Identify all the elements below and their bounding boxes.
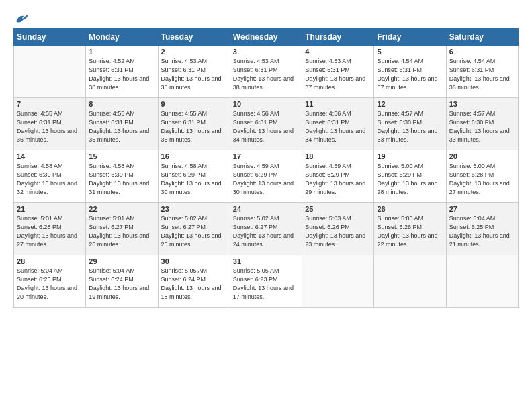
cell-info: Sunrise: 4:53 AM Sunset: 6:31 PM Dayligh… bbox=[233, 57, 299, 92]
calendar-cell: 3 Sunrise: 4:53 AM Sunset: 6:31 PM Dayli… bbox=[230, 46, 302, 98]
weekday-header: Wednesday bbox=[230, 29, 302, 46]
day-number: 11 bbox=[305, 100, 371, 108]
day-number: 14 bbox=[17, 152, 83, 161]
daylight-text: Daylight: 13 hours and 20 minutes. bbox=[17, 285, 77, 300]
calendar-table: SundayMondayTuesdayWednesdayThursdayFrid… bbox=[13, 28, 519, 308]
sunset-text: Sunset: 6:23 PM bbox=[233, 276, 278, 283]
cell-info: Sunrise: 4:59 AM Sunset: 6:29 PM Dayligh… bbox=[305, 162, 371, 197]
day-number: 30 bbox=[161, 257, 227, 265]
cell-info: Sunrise: 4:53 AM Sunset: 6:31 PM Dayligh… bbox=[305, 57, 371, 92]
cell-info: Sunrise: 5:03 AM Sunset: 6:26 PM Dayligh… bbox=[377, 214, 443, 249]
weekday-header: Sunday bbox=[14, 29, 86, 46]
calendar-cell: 15 Sunrise: 4:58 AM Sunset: 6:30 PM Dayl… bbox=[86, 150, 158, 203]
day-number: 24 bbox=[233, 205, 299, 213]
calendar-cell: 24 Sunrise: 5:02 AM Sunset: 6:27 PM Dayl… bbox=[230, 203, 302, 255]
cell-info: Sunrise: 4:53 AM Sunset: 6:31 PM Dayligh… bbox=[161, 57, 227, 92]
day-number: 12 bbox=[377, 100, 443, 108]
calendar-cell: 16 Sunrise: 4:58 AM Sunset: 6:29 PM Dayl… bbox=[158, 150, 230, 203]
daylight-text: Daylight: 13 hours and 36 minutes. bbox=[449, 75, 510, 91]
sunset-text: Sunset: 6:31 PM bbox=[161, 119, 206, 126]
sunrise-text: Sunrise: 5:05 AM bbox=[161, 267, 208, 274]
day-number: 31 bbox=[233, 257, 299, 265]
cell-info: Sunrise: 5:04 AM Sunset: 6:24 PM Dayligh… bbox=[89, 267, 154, 302]
cell-info: Sunrise: 5:02 AM Sunset: 6:27 PM Dayligh… bbox=[161, 214, 227, 249]
cell-info: Sunrise: 5:03 AM Sunset: 6:26 PM Dayligh… bbox=[305, 214, 371, 249]
sunset-text: Sunset: 6:29 PM bbox=[161, 171, 206, 178]
sunrise-text: Sunrise: 4:58 AM bbox=[17, 163, 63, 169]
calendar-cell: 2 Sunrise: 4:53 AM Sunset: 6:31 PM Dayli… bbox=[158, 46, 230, 98]
sunrise-text: Sunrise: 4:54 AM bbox=[449, 58, 496, 64]
day-number: 10 bbox=[233, 100, 299, 108]
calendar-cell bbox=[302, 255, 374, 308]
cell-info: Sunrise: 4:55 AM Sunset: 6:31 PM Dayligh… bbox=[17, 109, 83, 144]
calendar-cell: 7 Sunrise: 4:55 AM Sunset: 6:31 PM Dayli… bbox=[14, 98, 86, 150]
calendar-cell: 28 Sunrise: 5:04 AM Sunset: 6:25 PM Dayl… bbox=[14, 255, 86, 308]
day-number: 4 bbox=[305, 48, 371, 56]
daylight-text: Daylight: 13 hours and 28 minutes. bbox=[377, 180, 437, 195]
sunrise-text: Sunrise: 4:53 AM bbox=[305, 58, 351, 64]
daylight-text: Daylight: 13 hours and 38 minutes. bbox=[233, 75, 294, 91]
sunrise-text: Sunrise: 4:59 AM bbox=[233, 163, 279, 169]
daylight-text: Daylight: 13 hours and 38 minutes. bbox=[89, 75, 149, 91]
cell-info: Sunrise: 5:05 AM Sunset: 6:23 PM Dayligh… bbox=[233, 267, 299, 302]
day-number: 6 bbox=[449, 48, 515, 56]
day-number: 16 bbox=[161, 152, 227, 161]
calendar-cell: 22 Sunrise: 5:01 AM Sunset: 6:27 PM Dayl… bbox=[86, 203, 158, 255]
sunset-text: Sunset: 6:25 PM bbox=[449, 224, 494, 230]
day-number: 28 bbox=[17, 257, 83, 265]
daylight-text: Daylight: 13 hours and 30 minutes. bbox=[161, 180, 222, 195]
daylight-text: Daylight: 13 hours and 23 minutes. bbox=[305, 232, 365, 248]
calendar-cell: 29 Sunrise: 5:04 AM Sunset: 6:24 PM Dayl… bbox=[86, 255, 158, 308]
day-number: 9 bbox=[161, 100, 227, 108]
calendar-cell: 21 Sunrise: 5:01 AM Sunset: 6:28 PM Dayl… bbox=[14, 203, 86, 255]
day-number: 1 bbox=[89, 48, 154, 56]
sunset-text: Sunset: 6:28 PM bbox=[449, 171, 494, 178]
daylight-text: Daylight: 13 hours and 22 minutes. bbox=[377, 232, 437, 248]
cell-info: Sunrise: 4:54 AM Sunset: 6:31 PM Dayligh… bbox=[449, 57, 515, 92]
calendar-cell bbox=[446, 255, 518, 308]
calendar-week-row: 1 Sunrise: 4:52 AM Sunset: 6:31 PM Dayli… bbox=[14, 46, 519, 98]
day-number: 15 bbox=[89, 152, 154, 161]
sunset-text: Sunset: 6:31 PM bbox=[305, 119, 350, 126]
cell-info: Sunrise: 4:57 AM Sunset: 6:30 PM Dayligh… bbox=[449, 109, 515, 144]
sunrise-text: Sunrise: 4:55 AM bbox=[17, 110, 63, 117]
sunset-text: Sunset: 6:29 PM bbox=[233, 171, 278, 178]
day-number: 18 bbox=[305, 152, 371, 161]
cell-info: Sunrise: 4:52 AM Sunset: 6:31 PM Dayligh… bbox=[89, 57, 154, 92]
sunset-text: Sunset: 6:24 PM bbox=[89, 276, 134, 283]
sunrise-text: Sunrise: 5:00 AM bbox=[377, 163, 423, 169]
day-number: 29 bbox=[89, 257, 154, 265]
day-number: 22 bbox=[89, 205, 154, 213]
calendar-cell: 31 Sunrise: 5:05 AM Sunset: 6:23 PM Dayl… bbox=[230, 255, 302, 308]
header-row: SundayMondayTuesdayWednesdayThursdayFrid… bbox=[14, 29, 519, 46]
day-number: 20 bbox=[449, 152, 515, 161]
weekday-header: Friday bbox=[374, 29, 446, 46]
calendar-cell bbox=[374, 255, 446, 308]
calendar-cell: 26 Sunrise: 5:03 AM Sunset: 6:26 PM Dayl… bbox=[374, 203, 446, 255]
sunset-text: Sunset: 6:30 PM bbox=[89, 171, 134, 178]
day-number: 3 bbox=[233, 48, 299, 56]
sunrise-text: Sunrise: 4:55 AM bbox=[161, 110, 208, 117]
calendar-cell: 27 Sunrise: 5:04 AM Sunset: 6:25 PM Dayl… bbox=[446, 203, 518, 255]
cell-info: Sunrise: 4:56 AM Sunset: 6:31 PM Dayligh… bbox=[233, 109, 299, 144]
calendar-cell: 23 Sunrise: 5:02 AM Sunset: 6:27 PM Dayl… bbox=[158, 203, 230, 255]
day-number: 26 bbox=[377, 205, 443, 213]
cell-info: Sunrise: 5:00 AM Sunset: 6:29 PM Dayligh… bbox=[377, 162, 443, 197]
cell-info: Sunrise: 5:05 AM Sunset: 6:24 PM Dayligh… bbox=[161, 267, 227, 302]
calendar-cell: 12 Sunrise: 4:57 AM Sunset: 6:30 PM Dayl… bbox=[374, 98, 446, 150]
sunset-text: Sunset: 6:31 PM bbox=[233, 119, 278, 126]
logo-bird-icon bbox=[15, 12, 30, 24]
cell-info: Sunrise: 5:02 AM Sunset: 6:27 PM Dayligh… bbox=[233, 214, 299, 249]
calendar-cell: 17 Sunrise: 4:59 AM Sunset: 6:29 PM Dayl… bbox=[230, 150, 302, 203]
calendar-cell bbox=[14, 46, 86, 98]
sunset-text: Sunset: 6:25 PM bbox=[17, 276, 62, 283]
logo bbox=[13, 12, 30, 21]
cell-info: Sunrise: 4:54 AM Sunset: 6:31 PM Dayligh… bbox=[377, 57, 443, 92]
daylight-text: Daylight: 13 hours and 19 minutes. bbox=[89, 285, 149, 300]
daylight-text: Daylight: 13 hours and 37 minutes. bbox=[377, 75, 437, 91]
calendar-cell: 13 Sunrise: 4:57 AM Sunset: 6:30 PM Dayl… bbox=[446, 98, 518, 150]
sunset-text: Sunset: 6:27 PM bbox=[161, 224, 206, 230]
sunrise-text: Sunrise: 5:01 AM bbox=[89, 215, 135, 222]
daylight-text: Daylight: 13 hours and 29 minutes. bbox=[305, 180, 365, 195]
sunrise-text: Sunrise: 5:04 AM bbox=[449, 215, 496, 222]
